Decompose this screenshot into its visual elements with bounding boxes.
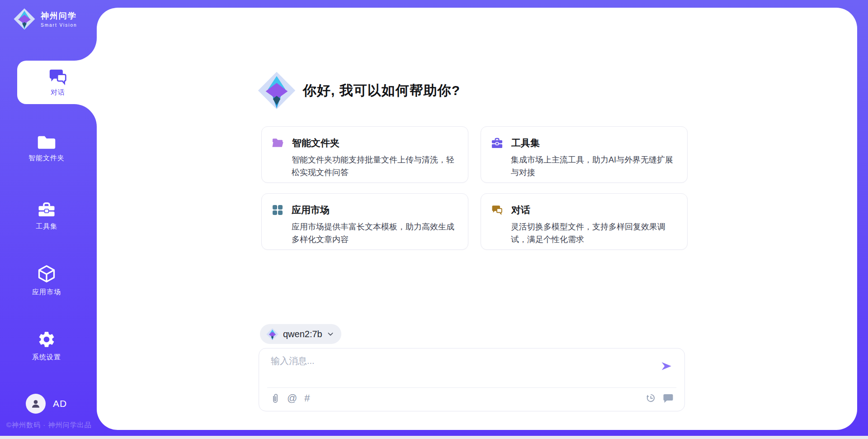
card-description: 应用市场提供丰富长文本模板，助力高效生成多样化文章内容 <box>292 220 456 246</box>
bottom-strip <box>0 436 868 439</box>
person-icon <box>30 398 42 410</box>
greeting-title: 你好, 我可以如何帮助你? <box>303 81 460 100</box>
toolbox-icon <box>37 201 56 218</box>
hashtag-icon[interactable]: # <box>304 393 310 404</box>
sidebar-item-label: 对话 <box>51 88 65 97</box>
cube-icon <box>37 264 57 284</box>
brand-logo: 神州问学 Smart Vision <box>14 8 77 30</box>
model-name: qwen2:7b <box>283 329 322 339</box>
card-toolset[interactable]: 工具集 集成市场上主流工具，助力AI与外界无缝扩展与对接 <box>481 126 688 183</box>
assistant-gem-icon <box>258 72 296 110</box>
model-selector[interactable]: qwen2:7b <box>260 324 341 344</box>
history-icon[interactable] <box>646 393 656 403</box>
card-description: 灵活切换多模型文件，支持多样回复效果调试，满足个性化需求 <box>511 220 675 246</box>
card-title: 应用市场 <box>292 204 330 216</box>
sidebar-item-settings[interactable]: 系统设置 <box>17 330 76 362</box>
feature-cards: 智能文件夹 智能文件夹功能支持批量文件上传与清洗，轻松实现文件问答 工具集 集成… <box>261 126 688 250</box>
card-chat[interactable]: 对话 灵活切换多模型文件，支持多样回复效果调试，满足个性化需求 <box>481 193 688 250</box>
paperclip-icon[interactable] <box>271 393 280 404</box>
card-title: 对话 <box>511 204 530 216</box>
model-gem-icon <box>266 328 278 340</box>
sidebar-item-label: 工具集 <box>36 222 57 231</box>
sidebar-item-chat[interactable]: 对话 <box>17 61 99 104</box>
message-composer: @ # <box>259 348 685 411</box>
chevron-down-icon <box>327 330 334 338</box>
app-window: 神州问学 Smart Vision 对话 智能文件夹 <box>0 0 868 439</box>
card-description: 集成市场上主流工具，助力AI与外界无缝扩展与对接 <box>511 153 675 179</box>
card-description: 智能文件夹功能支持批量文件上传与清洗，轻松实现文件问答 <box>292 153 456 179</box>
chat-icon <box>48 68 68 86</box>
tab-curve-bottom <box>74 104 97 127</box>
brand-subtitle: Smart Vision <box>41 23 77 28</box>
brand-name: 神州问学 <box>41 10 77 21</box>
card-title: 工具集 <box>511 137 540 149</box>
send-icon[interactable] <box>660 360 673 372</box>
folder-open-icon <box>272 138 284 148</box>
sidebar-item-toolset[interactable]: 工具集 <box>17 201 76 231</box>
sidebar-item-app-market[interactable]: 应用市场 <box>17 264 76 296</box>
avatar <box>26 394 46 414</box>
card-title: 智能文件夹 <box>292 137 340 149</box>
sidebar-item-label: 智能文件夹 <box>28 154 65 162</box>
sidebar-item-label: 应用市场 <box>32 288 61 296</box>
user-profile[interactable]: AD <box>26 394 67 414</box>
sidebar-item-smart-folder[interactable]: 智能文件夹 <box>17 134 76 162</box>
greeting: 你好, 我可以如何帮助你? <box>258 72 460 110</box>
brand-gem-icon <box>14 8 35 30</box>
sidebar-item-label: 系统设置 <box>32 353 61 362</box>
user-initials: AD <box>53 398 67 409</box>
sidebar: 神州问学 Smart Vision 对话 智能文件夹 <box>0 0 97 436</box>
chat-bubble-icon[interactable] <box>663 393 674 403</box>
chat-icon <box>491 205 503 215</box>
folder-icon <box>37 134 56 150</box>
gear-icon <box>37 330 56 349</box>
briefcase-icon <box>491 138 503 149</box>
card-smart-folder[interactable]: 智能文件夹 智能文件夹功能支持批量文件上传与清洗，轻松实现文件问答 <box>261 126 468 183</box>
copyright-text: ©神州数码 · 神州问学出品 <box>6 421 97 429</box>
tab-curve-top <box>74 38 97 61</box>
message-input[interactable] <box>271 355 646 383</box>
composer-divider <box>267 387 676 388</box>
grid-cube-icon <box>272 204 283 216</box>
card-app-market[interactable]: 应用市场 应用市场提供丰富长文本模板，助力高效生成多样化文章内容 <box>261 193 468 250</box>
mention-icon[interactable]: @ <box>287 393 297 404</box>
